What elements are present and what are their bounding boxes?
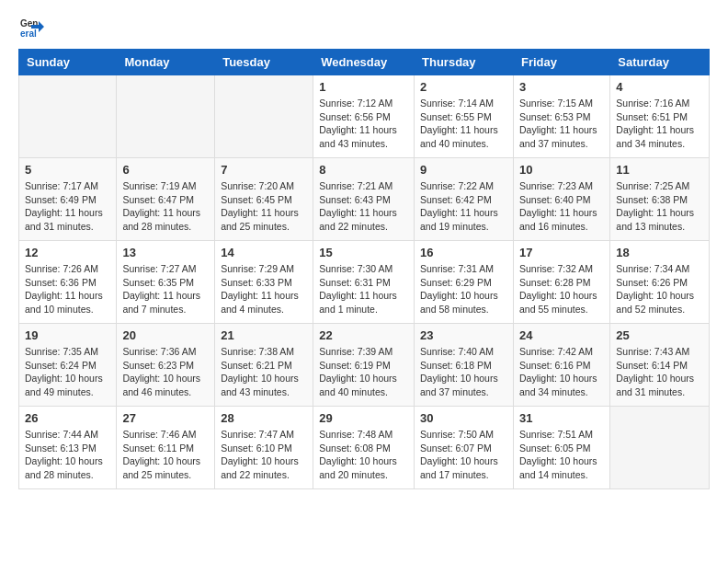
calendar-week-3: 12Sunrise: 7:26 AMSunset: 6:36 PMDayligh… [19,241,710,324]
calendar-cell: 26Sunrise: 7:44 AMSunset: 6:13 PMDayligh… [19,407,117,489]
cell-content: Sunrise: 7:20 AMSunset: 6:45 PMDaylight:… [221,179,307,234]
cell-content: Sunrise: 7:21 AMSunset: 6:43 PMDaylight:… [319,179,408,234]
day-number: 2 [420,80,507,94]
logo: Gen eral [18,14,48,40]
cell-content: Sunrise: 7:36 AMSunset: 6:23 PMDaylight:… [122,345,209,399]
weekday-header-monday: Monday [117,50,215,75]
calendar-cell: 11Sunrise: 7:25 AMSunset: 6:38 PMDayligh… [610,158,710,241]
calendar-cell: 3Sunrise: 7:15 AMSunset: 6:53 PMDaylight… [513,75,609,158]
day-number: 10 [519,163,604,177]
calendar-cell [19,75,117,158]
day-number: 19 [25,328,110,342]
day-number: 6 [122,163,209,177]
day-number: 18 [616,246,703,259]
weekday-header-tuesday: Tuesday [215,50,313,75]
calendar-week-2: 5Sunrise: 7:17 AMSunset: 6:49 PMDaylight… [19,158,710,241]
cell-content: Sunrise: 7:15 AMSunset: 6:53 PMDaylight:… [519,97,604,151]
calendar-week-4: 19Sunrise: 7:35 AMSunset: 6:24 PMDayligh… [19,324,710,407]
day-number: 31 [519,411,604,425]
day-number: 17 [519,246,604,259]
day-number: 7 [221,163,307,177]
day-number: 5 [25,163,110,177]
cell-content: Sunrise: 7:46 AMSunset: 6:11 PMDaylight:… [122,428,209,482]
day-number: 23 [420,328,507,342]
calendar-week-5: 26Sunrise: 7:44 AMSunset: 6:13 PMDayligh… [19,407,710,489]
calendar-cell [215,75,313,158]
logo-icon: Gen eral [18,14,44,40]
calendar-cell: 9Sunrise: 7:22 AMSunset: 6:42 PMDaylight… [415,158,514,241]
cell-content: Sunrise: 7:39 AMSunset: 6:19 PMDaylight:… [319,345,408,399]
cell-content: Sunrise: 7:30 AMSunset: 6:31 PMDaylight:… [319,262,408,316]
day-number: 28 [221,411,307,425]
cell-content: Sunrise: 7:16 AMSunset: 6:51 PMDaylight:… [616,97,703,151]
cell-content: Sunrise: 7:32 AMSunset: 6:28 PMDaylight:… [519,262,604,316]
calendar-cell: 1Sunrise: 7:12 AMSunset: 6:56 PMDaylight… [313,75,415,158]
calendar-cell: 10Sunrise: 7:23 AMSunset: 6:40 PMDayligh… [513,158,609,241]
calendar-cell: 15Sunrise: 7:30 AMSunset: 6:31 PMDayligh… [313,241,415,324]
day-number: 1 [319,80,408,94]
calendar-cell: 20Sunrise: 7:36 AMSunset: 6:23 PMDayligh… [117,324,215,407]
cell-content: Sunrise: 7:22 AMSunset: 6:42 PMDaylight:… [420,179,507,234]
day-number: 11 [616,163,703,177]
cell-content: Sunrise: 7:34 AMSunset: 6:26 PMDaylight:… [616,262,703,316]
day-number: 26 [25,411,110,425]
day-number: 25 [616,328,703,342]
cell-content: Sunrise: 7:31 AMSunset: 6:29 PMDaylight:… [420,262,507,316]
weekday-header-friday: Friday [513,50,609,75]
calendar-cell: 16Sunrise: 7:31 AMSunset: 6:29 PMDayligh… [415,241,514,324]
calendar-week-1: 1Sunrise: 7:12 AMSunset: 6:56 PMDaylight… [19,75,710,158]
day-number: 29 [319,411,408,425]
calendar-cell: 23Sunrise: 7:40 AMSunset: 6:18 PMDayligh… [415,324,514,407]
calendar-cell: 18Sunrise: 7:34 AMSunset: 6:26 PMDayligh… [610,241,710,324]
calendar-cell: 27Sunrise: 7:46 AMSunset: 6:11 PMDayligh… [117,407,215,489]
calendar-cell: 31Sunrise: 7:51 AMSunset: 6:05 PMDayligh… [513,407,609,489]
weekday-header-sunday: Sunday [19,50,117,75]
calendar: SundayMondayTuesdayWednesdayThursdayFrid… [18,49,710,489]
cell-content: Sunrise: 7:29 AMSunset: 6:33 PMDaylight:… [221,262,307,316]
day-number: 3 [519,80,604,94]
day-number: 24 [519,328,604,342]
cell-content: Sunrise: 7:43 AMSunset: 6:14 PMDaylight:… [616,345,703,399]
day-number: 16 [420,246,507,259]
calendar-cell: 29Sunrise: 7:48 AMSunset: 6:08 PMDayligh… [313,407,415,489]
cell-content: Sunrise: 7:23 AMSunset: 6:40 PMDaylight:… [519,179,604,234]
cell-content: Sunrise: 7:12 AMSunset: 6:56 PMDaylight:… [319,97,408,151]
calendar-cell: 12Sunrise: 7:26 AMSunset: 6:36 PMDayligh… [19,241,117,324]
day-number: 20 [122,328,209,342]
day-number: 27 [122,411,209,425]
day-number: 30 [420,411,507,425]
calendar-cell: 25Sunrise: 7:43 AMSunset: 6:14 PMDayligh… [610,324,710,407]
calendar-cell: 7Sunrise: 7:20 AMSunset: 6:45 PMDaylight… [215,158,313,241]
cell-content: Sunrise: 7:35 AMSunset: 6:24 PMDaylight:… [25,345,110,399]
cell-content: Sunrise: 7:51 AMSunset: 6:05 PMDaylight:… [519,428,604,482]
weekday-header-saturday: Saturday [610,50,710,75]
weekday-header-thursday: Thursday [415,50,514,75]
cell-content: Sunrise: 7:17 AMSunset: 6:49 PMDaylight:… [25,179,110,234]
calendar-cell: 30Sunrise: 7:50 AMSunset: 6:07 PMDayligh… [415,407,514,489]
day-number: 8 [319,163,408,177]
calendar-cell: 14Sunrise: 7:29 AMSunset: 6:33 PMDayligh… [215,241,313,324]
cell-content: Sunrise: 7:50 AMSunset: 6:07 PMDaylight:… [420,428,507,482]
weekday-header-wednesday: Wednesday [313,50,415,75]
calendar-cell [117,75,215,158]
cell-content: Sunrise: 7:25 AMSunset: 6:38 PMDaylight:… [616,179,703,234]
calendar-cell: 8Sunrise: 7:21 AMSunset: 6:43 PMDaylight… [313,158,415,241]
calendar-cell: 21Sunrise: 7:38 AMSunset: 6:21 PMDayligh… [215,324,313,407]
cell-content: Sunrise: 7:27 AMSunset: 6:35 PMDaylight:… [122,262,209,316]
day-number: 21 [221,328,307,342]
cell-content: Sunrise: 7:26 AMSunset: 6:36 PMDaylight:… [25,262,110,316]
header: Gen eral [18,14,710,40]
cell-content: Sunrise: 7:38 AMSunset: 6:21 PMDaylight:… [221,345,307,399]
cell-content: Sunrise: 7:40 AMSunset: 6:18 PMDaylight:… [420,345,507,399]
day-number: 12 [25,246,110,259]
cell-content: Sunrise: 7:47 AMSunset: 6:10 PMDaylight:… [221,428,307,482]
page-container: Gen eral SundayMondayTuesdayWednesdayThu… [0,0,728,508]
calendar-header-row: SundayMondayTuesdayWednesdayThursdayFrid… [19,50,710,75]
day-number: 4 [616,80,703,94]
day-number: 14 [221,246,307,259]
calendar-cell: 22Sunrise: 7:39 AMSunset: 6:19 PMDayligh… [313,324,415,407]
svg-text:eral: eral [20,29,37,39]
cell-content: Sunrise: 7:42 AMSunset: 6:16 PMDaylight:… [519,345,604,399]
calendar-cell: 24Sunrise: 7:42 AMSunset: 6:16 PMDayligh… [513,324,609,407]
cell-content: Sunrise: 7:14 AMSunset: 6:55 PMDaylight:… [420,97,507,151]
